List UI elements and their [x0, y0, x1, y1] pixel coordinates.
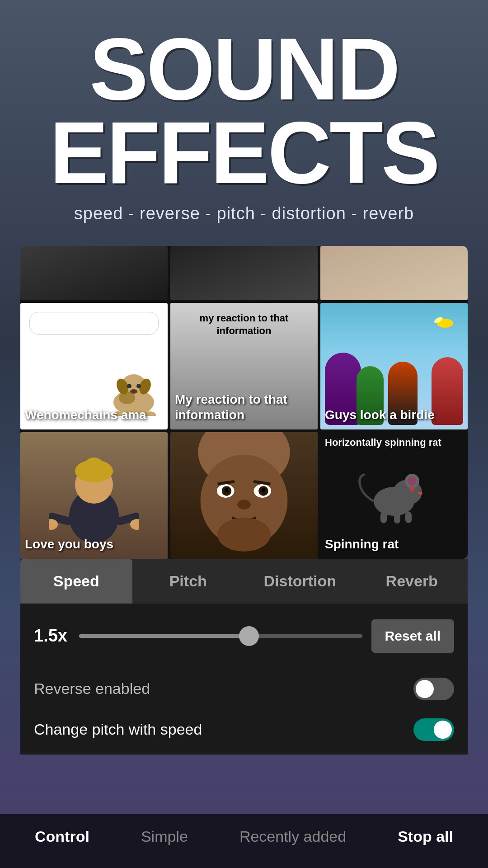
svg-point-38 — [418, 492, 422, 495]
svg-point-5 — [136, 384, 141, 388]
reaction-label: My reaction to that information — [175, 392, 313, 422]
gif-top-1[interactable] — [20, 246, 168, 300]
svg-point-32 — [217, 517, 271, 551]
svg-point-28 — [262, 488, 266, 492]
gif-top-3[interactable] — [320, 246, 468, 300]
gif-reaction[interactable]: my reaction to that information My react… — [170, 303, 318, 429]
tab-distortion[interactable]: Distortion — [244, 559, 356, 604]
rat-label: Spinning rat — [325, 537, 463, 552]
speed-slider-row: 1.5x Reset all — [20, 604, 468, 669]
svg-point-36 — [408, 476, 417, 486]
pitch-speed-toggle-knob — [434, 721, 452, 739]
gif-loveyou[interactable]: Love you boys — [20, 432, 168, 559]
speed-slider-fill — [79, 634, 249, 638]
app-header: SOUND EFFECTS speed - reverse - pitch - … — [0, 0, 488, 232]
pitch-speed-label: Change pitch with speed — [34, 721, 202, 738]
svg-point-31 — [237, 500, 251, 509]
tab-reverb[interactable]: Reverb — [356, 559, 468, 604]
gif-bottom-row: Love you boys — [20, 432, 468, 559]
weno-label: Wenomechains ama — [25, 407, 163, 423]
svg-point-9 — [119, 392, 135, 404]
nav-simple[interactable]: Simple — [141, 828, 188, 845]
speed-slider-thumb[interactable] — [239, 626, 259, 646]
reverse-toggle[interactable] — [413, 678, 454, 700]
reverse-toggle-knob — [416, 680, 434, 698]
speed-slider-track[interactable] — [79, 634, 362, 638]
weno-search-box — [29, 312, 159, 335]
gif-top-2[interactable] — [170, 246, 318, 300]
speed-value: 1.5x — [34, 626, 70, 646]
svg-rect-39 — [380, 512, 387, 523]
reverse-toggle-row: Reverse enabled — [20, 669, 468, 709]
tab-pitch[interactable]: Pitch — [132, 559, 244, 604]
nav-recently-added[interactable]: Recently added — [239, 828, 346, 845]
birdie-label: Guys look a birdie — [325, 407, 463, 423]
rat-top-label: Horizontally spinning rat — [325, 437, 441, 448]
bottom-navigation: Control Simple Recently added Stop all — [0, 814, 488, 868]
nav-control[interactable]: Control — [35, 828, 89, 845]
gif-top-strip — [20, 246, 468, 300]
gif-birdie[interactable]: Guys look a birdie — [320, 303, 468, 429]
svg-rect-41 — [405, 512, 412, 523]
reaction-top-text: my reaction to that information — [175, 312, 313, 338]
pitch-speed-toggle[interactable] — [413, 718, 454, 741]
svg-point-4 — [127, 384, 131, 388]
controls-area: Speed Pitch Distortion Reverb 1.5x Reset… — [20, 559, 468, 755]
effects-tabs: Speed Pitch Distortion Reverb — [20, 559, 468, 604]
svg-point-16 — [85, 458, 103, 471]
tab-speed[interactable]: Speed — [20, 559, 132, 604]
reverse-label: Reverse enabled — [34, 680, 150, 698]
app-subtitle: speed - reverse - pitch - distortion - r… — [18, 204, 470, 223]
svg-rect-40 — [394, 514, 400, 524]
gif-rat[interactable]: Horizontally spinning rat — [320, 432, 468, 559]
loveyou-label: Love you boys — [25, 537, 163, 552]
gif-stare[interactable] — [170, 432, 318, 559]
app-title: SOUND EFFECTS — [18, 27, 470, 195]
svg-point-27 — [225, 488, 229, 492]
svg-point-37 — [410, 487, 414, 491]
pitch-speed-toggle-row: Change pitch with speed — [20, 709, 468, 755]
gif-mid-row: Wenomechains ama my reaction to that inf… — [20, 303, 468, 429]
gif-weno[interactable]: Wenomechains ama — [20, 303, 168, 429]
nav-stop-all[interactable]: Stop all — [398, 828, 453, 845]
reset-all-button[interactable]: Reset all — [371, 619, 454, 653]
